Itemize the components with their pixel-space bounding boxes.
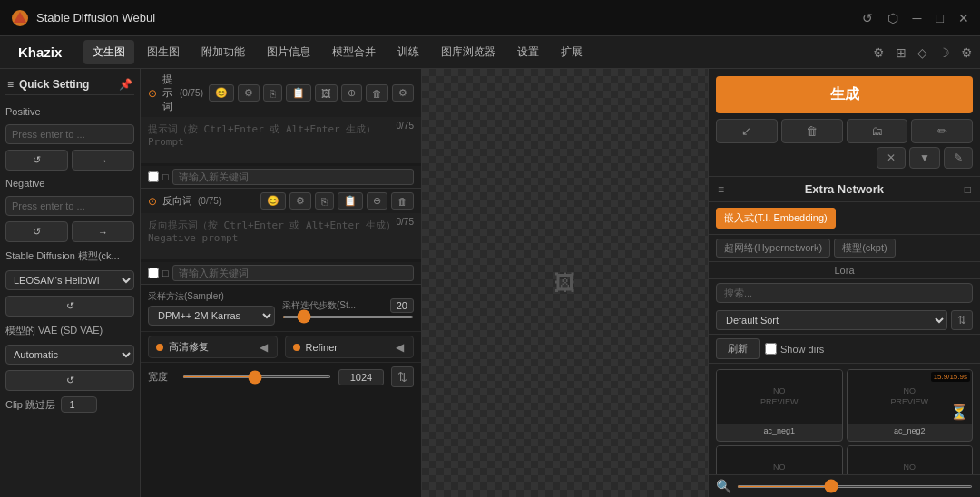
- positive-textarea-wrap: 0/75: [141, 117, 421, 166]
- gen-tool-trash[interactable]: 🗑: [781, 119, 843, 143]
- menu-item-extensions[interactable]: 扩展: [552, 40, 592, 64]
- positive-tool-gear[interactable]: ⚙: [238, 84, 260, 102]
- width-swap-btn[interactable]: ⇅: [391, 366, 414, 387]
- menu-item-settings[interactable]: 设置: [508, 40, 548, 64]
- positive-tool-copy2[interactable]: ⊕: [341, 84, 362, 102]
- gen-tool-edit[interactable]: ✏: [911, 119, 973, 143]
- en-card-ac-neg2[interactable]: NOPREVIEW 15.9/15.9s ac_neg2 ⏳: [847, 369, 974, 442]
- en-card-3[interactable]: NOPREVIEW: [716, 445, 843, 474]
- width-value[interactable]: [338, 369, 384, 385]
- negative-tool-emoji[interactable]: 😊: [260, 192, 286, 210]
- en-tab-embedding[interactable]: 嵌入式(T.I. Embedding): [716, 208, 836, 229]
- menu-item-merge[interactable]: 模型合并: [323, 40, 385, 64]
- positive-arrow-btn[interactable]: →: [72, 150, 134, 171]
- negative-refresh-btn[interactable]: ↺: [5, 221, 68, 242]
- gen-extra-arrow[interactable]: ▼: [909, 147, 940, 169]
- positive-keyword-checkbox[interactable]: [148, 171, 159, 182]
- negative-tool-gear[interactable]: ⚙: [289, 192, 311, 210]
- en-show-dirs-checkbox[interactable]: [765, 343, 777, 355]
- positive-btn-row: ↺ →: [5, 150, 134, 171]
- sampler-select[interactable]: DPM++ 2M Karras: [148, 306, 275, 326]
- sd-model-btn-row: ↺: [5, 296, 134, 317]
- canvas-column: 🖼: [422, 69, 708, 497]
- positive-tool-paste[interactable]: 📋: [286, 84, 311, 102]
- gen-tool-folder[interactable]: 🗂: [847, 119, 908, 143]
- menu-icon-diamond[interactable]: ◇: [917, 45, 927, 60]
- preview-checkerboard: 🖼: [422, 69, 708, 497]
- steps-group: 采样迭代步数(St... 20: [282, 298, 414, 318]
- positive-tool-copy[interactable]: ⎘: [263, 84, 282, 102]
- app-brand[interactable]: Khazix: [7, 44, 73, 60]
- negative-tool-paste[interactable]: 📋: [338, 192, 363, 210]
- positive-tool-emoji[interactable]: 😊: [209, 84, 234, 102]
- positive-input[interactable]: [5, 124, 134, 144]
- en-zoom-slider[interactable]: [737, 485, 973, 488]
- negative-textarea[interactable]: [141, 213, 421, 259]
- menu-icon-grid[interactable]: ⊞: [896, 45, 906, 60]
- menu-item-extras[interactable]: 附加功能: [192, 40, 254, 64]
- en-sub-tab-hypernetwork[interactable]: 超网络(Hypernetwork): [716, 239, 830, 258]
- negative-keyword-icon[interactable]: □: [162, 268, 169, 278]
- negative-collapse-icon[interactable]: ⊙: [148, 195, 157, 208]
- pin-icon[interactable]: 📌: [119, 78, 132, 91]
- positive-keyword-input[interactable]: [172, 169, 414, 185]
- en-card-ac-neg1-preview: NOPREVIEW: [717, 370, 842, 424]
- clip-row: Clip 跳过层: [5, 396, 134, 413]
- en-sort-select[interactable]: Default Sort: [716, 310, 947, 330]
- refiner-collapse-btn[interactable]: ◀: [394, 341, 406, 354]
- center-split: ⊙ 提示词 (0/75) 😊 ⚙ ⎘ 📋 🖼 ⊕ 🗑 ⚙: [141, 69, 708, 497]
- sd-model-select[interactable]: LEOSAM's HelloWi: [5, 270, 134, 290]
- vae-select[interactable]: Automatic: [5, 345, 134, 365]
- menu-icon-moon[interactable]: ☽: [938, 45, 950, 60]
- menu-item-train[interactable]: 训练: [388, 40, 428, 64]
- positive-textarea[interactable]: [141, 117, 421, 163]
- negative-keyword-input[interactable]: [172, 265, 414, 281]
- generate-button[interactable]: 生成: [716, 76, 973, 113]
- negative-tool-copy2[interactable]: ⊕: [367, 192, 387, 210]
- sd-model-refresh-btn[interactable]: ↺: [5, 296, 134, 317]
- gen-tool-skip[interactable]: ↙: [716, 119, 778, 143]
- negative-arrow-btn[interactable]: →: [72, 221, 134, 242]
- external-link-btn[interactable]: ⬡: [887, 12, 898, 24]
- menu-item-gallery[interactable]: 图库浏览器: [432, 40, 505, 64]
- refresh-btn[interactable]: ↺: [862, 12, 873, 24]
- clip-input[interactable]: [61, 396, 97, 413]
- en-collapse-btn[interactable]: □: [965, 183, 971, 196]
- menu-item-txt2img[interactable]: 文生图: [83, 40, 134, 64]
- menu-item-img2img[interactable]: 图生图: [138, 40, 189, 64]
- en-sub-tab-model[interactable]: 模型(ckpt): [834, 239, 896, 258]
- negative-tool-copy[interactable]: ⎘: [315, 192, 334, 210]
- positive-collapse-icon[interactable]: ⊙: [148, 87, 157, 100]
- en-card-ac-neg1[interactable]: NOPREVIEW ac_neg1: [716, 369, 843, 442]
- menu-icon-gear[interactable]: ⚙: [961, 45, 973, 60]
- titlebar: Stable Diffusion Webui ↺ ⬡ ─ □ ✕: [0, 0, 980, 36]
- menu-item-imginfo[interactable]: 图片信息: [258, 40, 319, 64]
- negative-input[interactable]: [5, 196, 134, 216]
- negative-keyword-checkbox[interactable]: [148, 268, 159, 278]
- hq-refiner-row: 高清修复 ◀ Refiner ◀: [141, 332, 421, 363]
- en-pin-icon[interactable]: ≡: [718, 183, 724, 196]
- width-slider[interactable]: [182, 375, 331, 378]
- positive-refresh-btn[interactable]: ↺: [5, 150, 68, 171]
- negative-tool-trash[interactable]: 🗑: [391, 192, 414, 210]
- minimize-btn[interactable]: ─: [913, 12, 922, 24]
- gen-extra-edit2[interactable]: ✎: [944, 147, 973, 169]
- generate-tools: ↙ 🗑 🗂 ✏: [716, 119, 973, 143]
- positive-tool-extra[interactable]: ⚙: [392, 84, 414, 102]
- positive-tool-img[interactable]: 🖼: [315, 84, 338, 102]
- en-search-input[interactable]: [716, 283, 973, 303]
- menu-icon-settings[interactable]: ⚙: [873, 45, 885, 60]
- steps-slider[interactable]: [282, 316, 414, 318]
- maximize-btn[interactable]: □: [936, 12, 944, 24]
- gen-extra-x[interactable]: ✕: [877, 147, 906, 169]
- en-zoom-out-btn[interactable]: 🔍: [716, 479, 731, 493]
- positive-keyword-icon[interactable]: □: [162, 171, 169, 182]
- en-sort-direction-btn[interactable]: ⇅: [951, 310, 973, 330]
- positive-tool-trash[interactable]: 🗑: [366, 84, 388, 102]
- vae-refresh-btn[interactable]: ↺: [5, 370, 134, 391]
- negative-textarea-wrap: 0/75: [141, 213, 421, 262]
- hq-collapse-btn[interactable]: ◀: [258, 341, 270, 354]
- en-card-4[interactable]: NOPREVIEW: [847, 445, 974, 474]
- en-refresh-btn[interactable]: 刷新: [716, 338, 760, 359]
- close-btn[interactable]: ✕: [958, 12, 969, 24]
